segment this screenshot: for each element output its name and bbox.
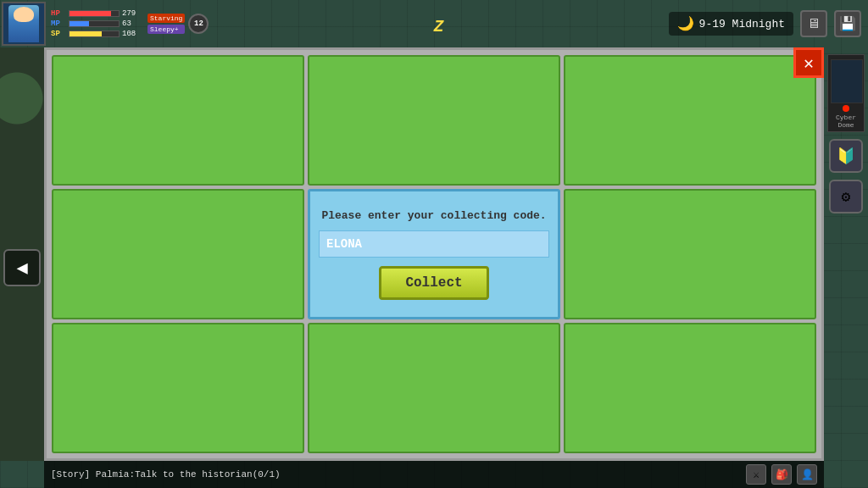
mp-track [69, 20, 120, 27]
sleepy-badge: Sleepy+ [147, 25, 185, 34]
grid-cell-2 [308, 55, 560, 186]
character-portrait [2, 2, 46, 46]
right-sidebar: Cyber Dome 🔰 ⚙ [824, 47, 868, 488]
grid-area: Please enter your collecting code. ELONA… [47, 50, 821, 458]
bottom-icon-3[interactable]: 👤 [797, 464, 817, 485]
cyber-dome-screen [831, 59, 863, 103]
collecting-dialog: Please enter your collecting code. ELONA… [308, 189, 560, 319]
monitor-button[interactable]: 🖥 [800, 10, 827, 37]
cyber-dome-panel: Cyber Dome [827, 54, 865, 132]
main-overlay: Please enter your collecting code. ELONA… [44, 47, 824, 461]
sp-label: SP [51, 30, 66, 38]
mp-fill [70, 21, 89, 26]
grid-cell-6 [564, 189, 816, 319]
grid-cell-3 [564, 55, 816, 186]
level-badge: 12 [188, 14, 209, 34]
grid-cell-7 [52, 323, 304, 453]
starving-badge: Starving [147, 14, 185, 23]
grid-cell-4 [52, 189, 304, 319]
bottom-icons: ⚔ 🎒 👤 [746, 464, 817, 485]
character-sprite [8, 5, 39, 42]
sp-value: 108 [122, 30, 144, 38]
close-button[interactable]: ✕ [793, 47, 824, 78]
action-button-2[interactable]: ⚙ [829, 180, 863, 214]
action-button-1[interactable]: 🔰 [829, 139, 863, 173]
sp-track [69, 30, 120, 37]
mp-value: 63 [122, 19, 144, 28]
hp-bar: HP 279 [51, 9, 144, 18]
hp-fill [70, 11, 111, 16]
stats-panel: HP 279 MP 63 SP 108 [51, 9, 144, 38]
time-display: 🌙 9-19 Midnight [669, 12, 793, 36]
action2-icon: ⚙ [842, 187, 851, 206]
time-text: 9-19 Midnight [699, 18, 785, 30]
action1-icon: 🔰 [837, 147, 855, 165]
hud-right: 🌙 9-19 Midnight 🖥 💾 [669, 10, 861, 37]
status-badges: Starving Sleepy+ [147, 14, 185, 34]
monitor-icon: 🖥 [807, 16, 821, 32]
grid-cell-9 [564, 323, 816, 453]
dialog-code-value: ELONA [326, 237, 362, 251]
cyber-dome-label: Cyber Dome [831, 114, 861, 129]
mp-label: MP [51, 19, 66, 28]
top-hud: HP 279 MP 63 SP 108 Starving Sleepy+ 12 … [0, 0, 868, 47]
dialog-input-area: ELONA [319, 230, 549, 258]
bottom-bar: [Story] Palmia:Talk to the historian(0/1… [44, 461, 824, 488]
story-text: [Story] Palmia:Talk to the historian(0/1… [51, 469, 281, 480]
bottom-icon-1[interactable]: ⚔ [746, 464, 766, 485]
hp-value: 279 [122, 9, 144, 18]
hp-label: HP [51, 9, 66, 18]
cyber-dome-indicator [843, 105, 849, 112]
sp-fill [70, 31, 102, 36]
mp-bar: MP 63 [51, 19, 144, 28]
sp-bar: SP 108 [51, 30, 144, 38]
collect-button[interactable]: Collect [379, 266, 488, 300]
moon-icon: 🌙 [677, 15, 694, 32]
bottom-icon-2[interactable]: 🎒 [771, 464, 792, 485]
grid-cell-1 [52, 55, 304, 186]
grid-cell-8 [308, 323, 560, 453]
hp-track [69, 10, 120, 17]
save-icon: 💾 [839, 15, 856, 32]
nav-left-button[interactable]: ◀ [3, 249, 41, 286]
dialog-prompt: Please enter your collecting code. [321, 209, 546, 222]
hud-center: Z [209, 12, 668, 36]
left-sidebar: ◀ [0, 47, 44, 488]
save-button[interactable]: 💾 [834, 10, 861, 37]
sleep-z-icon: Z [433, 17, 443, 36]
